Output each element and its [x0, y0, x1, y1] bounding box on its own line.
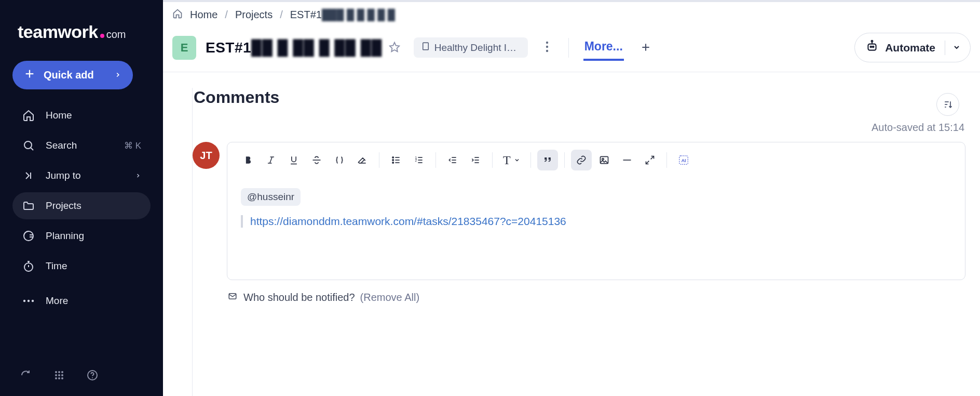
sidebar-item-search[interactable]: Search ⌘ K	[12, 132, 151, 159]
svg-point-19	[58, 374, 60, 376]
sidebar: teamwork com Quick add Home Search ⌘ K	[0, 0, 163, 396]
breadcrumb-current: EST#1███ █ █ █ █ █	[290, 9, 395, 21]
expand-button[interactable]	[639, 150, 660, 170]
svg-point-72	[602, 159, 604, 160]
link-button[interactable]	[571, 150, 592, 170]
breadcrumb: Home / Projects / EST#1███ █ █ █ █ █	[163, 2, 980, 28]
sidebar-item-jump-to[interactable]: Jump to	[12, 162, 151, 189]
horizontal-rule-button[interactable]	[617, 150, 637, 170]
project-menu-button[interactable]	[540, 38, 554, 58]
sidebar-bottom-row	[12, 369, 151, 384]
project-header: E EST#1██ █ ██ █ ██ ██ Healthy Delight I…	[163, 28, 980, 72]
svg-point-25	[92, 377, 93, 378]
mention-chip[interactable]: @husseinr	[241, 188, 301, 206]
editor-body[interactable]: @husseinr https://diamonddm.teamwork.com…	[227, 178, 965, 280]
sidebar-item-label: Planning	[46, 230, 84, 242]
toolbar-separator	[666, 152, 667, 168]
autosaved-label: Auto-saved at 15:14	[193, 122, 964, 134]
sidebar-item-planning[interactable]: Planning	[12, 222, 151, 249]
svg-point-22	[58, 377, 60, 379]
breadcrumb-separator: /	[280, 9, 283, 21]
sidebar-item-label: Search	[46, 140, 77, 151]
svg-point-14	[32, 300, 34, 302]
svg-point-23	[61, 377, 63, 379]
outdent-button[interactable]	[442, 150, 463, 170]
svg-point-40	[870, 46, 872, 48]
comment-composer-row: JT 12 T	[193, 142, 965, 280]
ordered-list-button[interactable]: 12	[409, 150, 429, 170]
stopwatch-icon	[22, 260, 35, 272]
code-button[interactable]	[329, 150, 350, 170]
svg-point-54	[392, 157, 394, 159]
sidebar-item-label: More	[46, 295, 68, 307]
sort-button[interactable]	[936, 93, 959, 116]
svg-rect-27	[423, 43, 428, 50]
folder-icon	[22, 200, 35, 212]
logo-suffix: com	[106, 29, 126, 41]
automate-button[interactable]: Automate	[854, 33, 971, 62]
help-icon[interactable]	[86, 369, 99, 384]
jump-to-icon	[22, 169, 35, 182]
svg-point-36	[546, 49, 548, 51]
svg-point-13	[28, 300, 30, 302]
svg-point-56	[392, 162, 394, 164]
automate-label: Automate	[885, 42, 935, 54]
svg-point-21	[55, 377, 57, 379]
content: Comments Auto-saved at 15:14 JT 12	[163, 72, 980, 396]
user-avatar: JT	[193, 142, 220, 169]
svg-point-41	[873, 46, 874, 48]
refresh-icon[interactable]	[20, 369, 32, 384]
chevron-right-icon	[135, 170, 141, 181]
tab-more[interactable]: More...	[583, 34, 624, 61]
project-tag-chip[interactable]: Healthy Delight Inter...	[414, 37, 528, 58]
envelope-icon	[227, 292, 238, 303]
breadcrumb-home[interactable]: Home	[190, 9, 217, 21]
svg-point-16	[58, 371, 60, 373]
home-icon	[172, 8, 183, 21]
bullet-list-button[interactable]	[386, 150, 406, 170]
image-button[interactable]	[594, 150, 615, 170]
toolbar-separator	[530, 152, 531, 168]
svg-point-17	[61, 371, 63, 373]
svg-line-50	[270, 157, 273, 163]
chevron-down-icon	[945, 41, 964, 55]
italic-button[interactable]	[261, 150, 281, 170]
sidebar-item-more[interactable]: More	[12, 288, 151, 314]
notify-question[interactable]: Who should be notified?	[243, 292, 355, 303]
blockquote: https://diamonddm.teamwork.com/#tasks/21…	[241, 215, 951, 228]
sidebar-item-projects[interactable]: Projects	[12, 192, 151, 219]
remove-all-link[interactable]: (Remove All)	[360, 292, 419, 303]
project-tag-label: Healthy Delight Inter...	[434, 42, 521, 54]
toolbar-separator	[564, 152, 565, 168]
svg-point-12	[23, 300, 25, 302]
sidebar-item-label: Projects	[46, 200, 81, 212]
strikethrough-button[interactable]	[306, 150, 327, 170]
quick-add-button[interactable]: Quick add	[12, 61, 133, 89]
sidebar-item-label: Time	[46, 260, 67, 272]
underline-button[interactable]	[283, 150, 304, 170]
divider	[568, 38, 569, 58]
eraser-button[interactable]	[352, 150, 373, 170]
home-icon	[22, 109, 35, 122]
indent-button[interactable]	[465, 150, 486, 170]
text-style-dropdown[interactable]: T	[499, 153, 524, 167]
add-tab-button[interactable]	[633, 37, 658, 58]
ai-button[interactable]: AI	[673, 150, 694, 170]
svg-point-35	[546, 45, 548, 47]
main: Home / Projects / EST#1███ █ █ █ █ █ E E…	[163, 0, 980, 396]
breadcrumb-projects[interactable]: Projects	[235, 9, 273, 21]
comment-link[interactable]: https://diamonddm.teamwork.com/#tasks/21…	[250, 215, 566, 227]
sidebar-item-time[interactable]: Time	[12, 253, 151, 280]
breadcrumb-separator: /	[225, 9, 228, 21]
grid-icon[interactable]	[53, 369, 65, 384]
sidebar-nav: Home Search ⌘ K Jump to Projects	[12, 102, 151, 314]
star-icon[interactable]	[389, 39, 400, 56]
svg-text:2: 2	[415, 159, 417, 162]
svg-point-34	[546, 41, 548, 43]
svg-marker-26	[390, 42, 399, 51]
bold-button[interactable]	[238, 150, 258, 170]
blockquote-button[interactable]	[537, 150, 558, 170]
planning-icon	[22, 230, 35, 242]
sidebar-item-home[interactable]: Home	[12, 102, 151, 129]
svg-point-43	[872, 41, 873, 42]
